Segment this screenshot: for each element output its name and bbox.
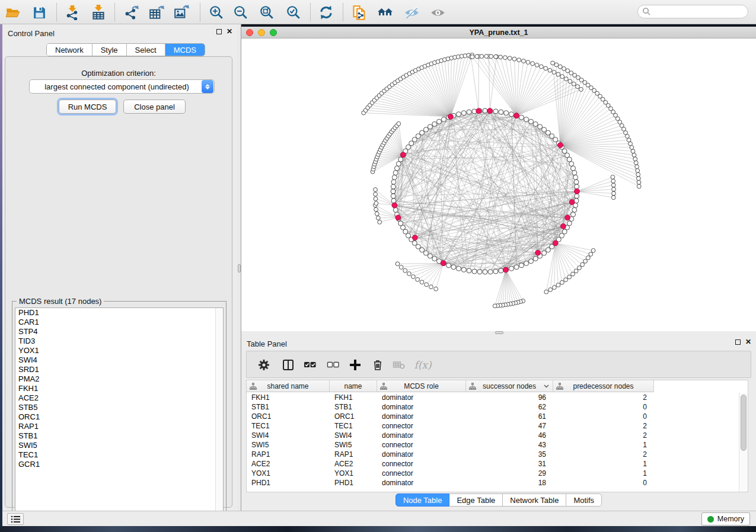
- table-row[interactable]: PHD1PHD1dominator180: [247, 478, 739, 488]
- first-neighbors-icon[interactable]: [377, 4, 394, 21]
- table-cell[interactable]: FKH1: [330, 393, 377, 402]
- close-panel-icon[interactable]: ✕: [227, 29, 232, 34]
- table-cell[interactable]: SWI5: [247, 440, 330, 450]
- export-table-icon[interactable]: [148, 4, 165, 21]
- tab-network-table[interactable]: Network Table: [503, 493, 566, 507]
- table-cell[interactable]: SWI5: [330, 440, 377, 450]
- mcds-result-item[interactable]: SRD1: [15, 365, 223, 374]
- mcds-result-item[interactable]: CAR1: [15, 318, 223, 327]
- table-row[interactable]: ORC1ORC1dominator610: [247, 412, 739, 421]
- close-panel-icon[interactable]: ✕: [745, 339, 751, 345]
- import-network-icon[interactable]: [64, 4, 81, 21]
- table-cell[interactable]: ORC1: [247, 412, 330, 421]
- mcds-result-item[interactable]: ORC1: [15, 412, 223, 422]
- column-header-successor-nodes[interactable]: successor nodes: [466, 380, 553, 392]
- table-cell[interactable]: 31: [466, 459, 553, 469]
- table-cell[interactable]: 0: [553, 412, 654, 421]
- table-cell[interactable]: 47: [466, 421, 553, 431]
- add-column-icon[interactable]: [347, 357, 363, 373]
- table-cell[interactable]: connector: [377, 459, 466, 469]
- table-cell[interactable]: 62: [466, 402, 553, 412]
- table-cell[interactable]: 1: [553, 459, 654, 469]
- table-cell[interactable]: STB1: [330, 402, 377, 412]
- float-panel-icon[interactable]: [735, 339, 741, 345]
- memory-button[interactable]: Memory: [701, 512, 750, 525]
- mcds-result-item[interactable]: YOX1: [15, 346, 223, 355]
- network-canvas[interactable]: [241, 39, 756, 331]
- export-image-icon[interactable]: [173, 4, 190, 21]
- table-cell[interactable]: 43: [466, 440, 553, 450]
- table-cell[interactable]: RAP1: [330, 450, 377, 459]
- table-cell[interactable]: dominator: [377, 412, 466, 421]
- table-cell[interactable]: PHD1: [330, 478, 377, 488]
- table-cell[interactable]: 29: [466, 469, 553, 478]
- tab-motifs[interactable]: Motifs: [566, 493, 602, 507]
- search-input[interactable]: [651, 8, 748, 16]
- table-cell[interactable]: connector: [377, 421, 466, 431]
- table-scrollbar[interactable]: [739, 393, 748, 492]
- table-cell[interactable]: YOX1: [247, 469, 330, 478]
- settings-gear-icon[interactable]: [256, 357, 272, 373]
- table-cell[interactable]: 0: [553, 402, 654, 412]
- table-row[interactable]: SWI5SWI5connector431: [247, 440, 739, 450]
- tab-style[interactable]: Style: [92, 44, 127, 56]
- mcds-result-item[interactable]: STB1: [15, 431, 223, 441]
- mcds-result-item[interactable]: PHD1: [15, 308, 223, 318]
- table-cell[interactable]: FKH1: [247, 393, 330, 402]
- table-cell[interactable]: RAP1: [247, 450, 330, 459]
- zoom-selected-icon[interactable]: [285, 4, 302, 21]
- delete-column-icon[interactable]: [369, 357, 386, 373]
- column-header-MCDS-role[interactable]: MCDS role: [377, 380, 466, 392]
- export-network-icon[interactable]: [123, 4, 140, 21]
- import-table-icon[interactable]: [90, 4, 107, 21]
- table-cell[interactable]: ORC1: [330, 412, 377, 421]
- table-cell[interactable]: 2: [553, 431, 654, 440]
- table-row[interactable]: STB1STB1dominator620: [247, 402, 739, 412]
- mcds-result-item[interactable]: RAP1: [15, 422, 223, 431]
- zoom-out-icon[interactable]: [232, 4, 249, 21]
- mcds-result-item[interactable]: STB5: [15, 403, 223, 412]
- column-header-name[interactable]: name: [330, 380, 377, 392]
- column-header-predecessor-nodes[interactable]: predecessor nodes: [553, 380, 654, 392]
- criterion-dropdown[interactable]: largest connected component (undirected): [29, 79, 215, 94]
- scrollbar-thumb[interactable]: [741, 395, 747, 451]
- table-row[interactable]: ACE2ACE2connector311: [247, 459, 739, 469]
- tab-network[interactable]: Network: [47, 44, 92, 56]
- mcds-result-item[interactable]: SWI4: [15, 355, 223, 365]
- table-cell[interactable]: dominator: [377, 450, 466, 459]
- show-all-icon[interactable]: [429, 4, 446, 21]
- zoom-in-icon[interactable]: [208, 4, 225, 21]
- splitter-grip[interactable]: [495, 331, 503, 334]
- tab-mcds[interactable]: MCDS: [165, 44, 205, 56]
- vertical-splitter[interactable]: [237, 24, 241, 511]
- table-cell[interactable]: SWI4: [247, 431, 330, 440]
- task-history-button[interactable]: [7, 513, 24, 525]
- table-cell[interactable]: 0: [553, 478, 654, 488]
- table-cell[interactable]: TEC1: [330, 421, 377, 431]
- mcds-result-item[interactable]: TID3: [15, 336, 223, 346]
- mcds-list-scrollbar[interactable]: [215, 308, 223, 518]
- table-row[interactable]: FKH1FKH1dominator962: [247, 393, 739, 402]
- table-cell[interactable]: 1: [553, 469, 654, 478]
- table-row[interactable]: YOX1YOX1connector291: [247, 469, 739, 478]
- mcds-result-item[interactable]: ACE2: [15, 393, 223, 403]
- table-cell[interactable]: 96: [466, 393, 553, 402]
- table-cell[interactable]: YOX1: [330, 469, 377, 478]
- table-cell[interactable]: 46: [466, 431, 553, 440]
- mcds-result-item[interactable]: STP4: [15, 327, 223, 336]
- hide-selected-icon[interactable]: [403, 4, 420, 21]
- table-cell[interactable]: dominator: [377, 393, 466, 402]
- tab-select[interactable]: Select: [127, 44, 165, 56]
- deselect-all-icon[interactable]: [325, 357, 342, 373]
- mcds-result-item[interactable]: PMA2: [15, 374, 223, 384]
- table-cell[interactable]: ACE2: [330, 459, 377, 469]
- table-cell[interactable]: 35: [466, 450, 553, 459]
- mcds-result-item[interactable]: FKH1: [15, 384, 223, 393]
- table-row[interactable]: RAP1RAP1dominator352: [247, 450, 739, 459]
- mcds-result-item[interactable]: TEC1: [15, 450, 223, 460]
- open-icon[interactable]: [5, 4, 21, 21]
- refresh-icon[interactable]: [318, 4, 334, 21]
- column-header-shared-name[interactable]: shared name: [247, 380, 330, 392]
- table-cell[interactable]: 1: [553, 440, 654, 450]
- mcds-result-item[interactable]: SWI5: [15, 441, 223, 450]
